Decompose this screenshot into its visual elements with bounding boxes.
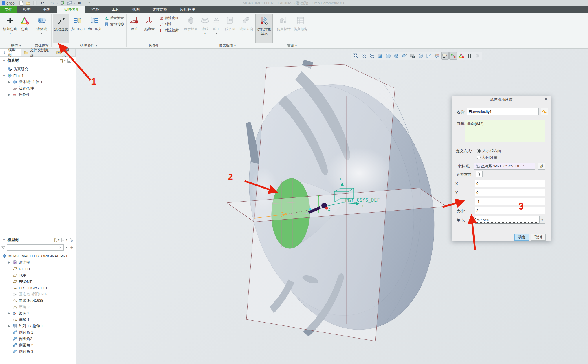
tree-item-round-3[interactable]: 倒圆角 2 <box>0 342 76 348</box>
radio-magnitude-input[interactable] <box>477 149 481 153</box>
radio-magnitude-direction[interactable]: 大小和方向 <box>477 148 501 153</box>
dialog-close-icon[interactable]: ✕ <box>544 97 548 102</box>
pick-direction-button[interactable] <box>476 171 483 177</box>
tab-applications[interactable]: 应用程序 <box>174 6 202 13</box>
cancel-button[interactable]: 取消 <box>531 234 546 241</box>
simulation-object-display-button[interactable]: 仿真对象显示 <box>255 14 273 43</box>
tree-item-round-2[interactable]: 倒圆角2 <box>0 336 76 342</box>
tab-file[interactable]: 文件 <box>0 6 17 13</box>
new-file-icon[interactable] <box>19 1 24 6</box>
csys-select-button[interactable] <box>538 163 545 170</box>
tab-view[interactable]: 视图 <box>126 6 146 13</box>
radio-direction-components[interactable]: 方向分量 <box>477 155 497 160</box>
model-tree-search-box[interactable]: ✕ <box>7 244 64 251</box>
x-input[interactable] <box>475 180 545 187</box>
customize-toolbar-icon[interactable]: ▼ <box>88 2 90 4</box>
tree-item-pattern[interactable]: ▶ 阵列 1 / 拉伸 1 <box>0 323 76 329</box>
collapse-icon[interactable]: ▼ <box>2 238 6 241</box>
tree-item-front-plane[interactable]: FRONT <box>0 278 76 285</box>
tree-item-datum-points[interactable]: 基准点 标识1616 <box>0 291 76 297</box>
tree-item-round-4[interactable]: 倒圆角 3 <box>0 348 76 355</box>
flow-velocity-button[interactable]: 流动速度 <box>53 14 69 43</box>
outlet-pressure-button[interactable]: 出口压力 <box>86 14 103 43</box>
inlet-pressure-button[interactable]: 入口压力 <box>69 14 86 43</box>
tab-annotate[interactable]: 注释 <box>85 6 105 13</box>
csys-field[interactable]: yzx 坐标系 "PRT_CSYS_DEF" <box>474 163 535 170</box>
tab-flexible-modeling[interactable]: 柔性建模 <box>146 6 174 13</box>
tree-item-round-1[interactable]: 倒圆角 1 <box>0 329 76 336</box>
convection-button[interactable]: 2 对流 <box>159 22 179 27</box>
model-tree-search-input[interactable] <box>8 246 58 250</box>
tree-item-top-plane[interactable]: TOP <box>0 272 76 278</box>
locate-in-tree-button[interactable] <box>69 238 73 242</box>
add-filter-button[interactable]: + <box>69 245 74 250</box>
undo-dropdown-icon[interactable]: ▾ <box>47 2 48 4</box>
ok-button[interactable]: 确定 <box>514 234 529 241</box>
insert-here-indicator[interactable] <box>1 356 75 356</box>
name-input[interactable] <box>467 108 539 115</box>
tree-item-curve[interactable]: 曲线 标识1638 <box>0 297 76 304</box>
add-simulation-button[interactable]: 添加仿真 ▼ <box>2 14 19 43</box>
slip-symmetry-button[interactable]: 滑动对称 <box>104 22 124 27</box>
tree-item-fluid1[interactable]: ▼ Fluid1 <box>0 72 76 79</box>
tab-tools[interactable]: 工具 <box>105 6 126 13</box>
window-switch-icon[interactable] <box>67 1 72 6</box>
unit-dropdown-icon[interactable]: ▼ <box>539 216 545 224</box>
open-file-icon[interactable] <box>26 1 31 6</box>
graphics-area[interactable]: x//+, z <box>76 49 588 364</box>
radiation-button[interactable]: 对流辐射 <box>159 28 179 33</box>
unit-select[interactable]: m / sec <box>475 216 539 224</box>
group-label-query[interactable]: 查询▼ <box>274 43 310 48</box>
ribbon-group-thermal: 温度 热流量 热流密度 2 对流 <box>127 13 181 48</box>
tree-item-csys[interactable]: PRT_CSYS_DEF <box>0 285 76 291</box>
rename-button[interactable] <box>541 108 548 115</box>
undo-icon[interactable]: ↶ <box>40 1 45 6</box>
heat-flow-button[interactable]: 热流量 <box>141 14 158 43</box>
tab-model[interactable]: 模型 <box>17 6 37 13</box>
tree-item-offset[interactable]: 偏移 1 <box>0 317 76 323</box>
tree-item-thermal-conditions[interactable]: ▶ 热条件 <box>0 92 76 98</box>
expander-icon[interactable]: ▶ <box>8 325 11 328</box>
tab-live-simulation[interactable]: 实时仿真 <box>57 6 85 13</box>
mass-flow-button[interactable]: 质量流量 <box>104 16 124 21</box>
regenerate-icon[interactable] <box>60 1 65 6</box>
tree-item-boundary-conditions[interactable]: 边界条件 <box>0 85 76 92</box>
group-label-display-options[interactable]: 显示选项▼ <box>181 43 274 48</box>
model-tree-settings-button[interactable]: ▾ <box>53 238 59 242</box>
magnitude-input[interactable] <box>475 207 545 214</box>
tab-analysis[interactable]: 分析 <box>37 6 57 13</box>
expander-icon[interactable]: ▼ <box>2 74 6 77</box>
z-input[interactable] <box>475 198 545 205</box>
tab-folder-browser[interactable]: 文件夹浏览器 <box>21 49 54 56</box>
search-dropdown-icon[interactable]: ▼ <box>65 246 68 249</box>
tree-item-sim-study[interactable]: 仿真研究 <box>0 66 76 72</box>
tree-item-sketch[interactable]: 草绘 2 <box>0 304 76 310</box>
tree-item-design-items[interactable]: ▶ 设计项 <box>0 259 76 266</box>
y-input[interactable] <box>475 189 545 196</box>
clear-search-icon[interactable]: ✕ <box>58 246 62 250</box>
tab-model-tree[interactable]: 模型树 <box>0 49 21 56</box>
tab-favorites[interactable]: 收藏夹 <box>54 49 76 56</box>
collapse-icon[interactable]: ▼ <box>2 59 6 62</box>
surface-collector[interactable]: 曲面(842) <box>465 120 545 142</box>
expander-icon[interactable]: ▶ <box>8 312 11 315</box>
group-label-thermal[interactable]: 热条件 <box>127 43 181 48</box>
sim-tree-filters-button[interactable]: ▾ <box>67 58 73 63</box>
expander-icon[interactable]: ▶ <box>8 81 11 83</box>
tree-item-revolve[interactable]: ▶ 旋转 1 <box>0 310 76 317</box>
simulate-button[interactable]: 仿真 <box>19 14 31 43</box>
close-window-icon[interactable]: 🗙 <box>77 1 82 6</box>
expander-icon[interactable]: ▶ <box>8 261 11 264</box>
heat-flux-button[interactable]: 热流密度 <box>159 16 179 21</box>
temperature-button[interactable]: 温度 <box>128 14 141 43</box>
tree-item-part-root[interactable]: MH48_IMPELLER_ORIGINAL.PRT <box>0 253 76 259</box>
fluid-domain-button[interactable]: 流体域 ▼ <box>33 14 50 43</box>
expander-icon[interactable]: ▶ <box>8 93 11 96</box>
window-dropdown-icon[interactable]: ▾ <box>74 2 75 4</box>
tree-item-fluid-domain[interactable]: ▶ 流体域: 主体 1 <box>0 79 76 85</box>
sim-tree-settings-button[interactable]: ▾ <box>59 58 65 63</box>
dialog-title-bar[interactable]: 流体流动速度 ✕ <box>452 96 551 103</box>
model-tree-filters-button[interactable]: ▾ <box>61 238 67 242</box>
radio-components-input[interactable] <box>477 156 481 159</box>
tree-item-right-plane[interactable]: RIGHT <box>0 266 76 272</box>
